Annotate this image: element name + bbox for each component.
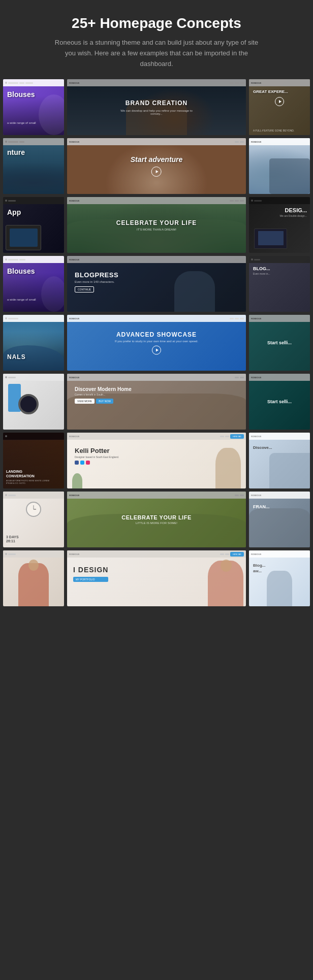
mini-logo-kelli: RONEOUS — [69, 435, 79, 438]
play-icon-great[interactable] — [275, 97, 284, 106]
card-discover2[interactable]: RONEOUS Discove... — [249, 433, 310, 488]
card-advanced-showcase[interactable]: RONEOUS ADVANCED SHOWCASE If you prefer … — [67, 315, 246, 371]
card-modern-home[interactable]: RONEOUS Discover Modern Home Comes a ben… — [67, 374, 246, 430]
card-frank[interactable]: RONEOUS FRAN... — [249, 492, 310, 547]
advanced-label: ADVANCED SHOWCASE — [115, 331, 198, 338]
facebook-icon[interactable] — [75, 461, 79, 465]
start-sell2-content: Start selli... — [267, 399, 292, 404]
mini-logo-idesign: RONEOUS — [69, 553, 79, 556]
blog3-person — [267, 571, 292, 606]
card-celebrate-life[interactable]: RONEOUS CELEBRATE YOUR LIFE IT'S MORE TH… — [67, 197, 246, 253]
blogpress-label: BLOGPRESS — [75, 271, 118, 279]
twitter-icon[interactable] — [80, 461, 84, 465]
card-design-right[interactable]: DESIG... We are Double design... — [249, 197, 310, 253]
card-nals[interactable]: NALS — [3, 315, 64, 371]
landing-sub: AS AN A FORM PHOTO HERE WHITE LOREM IPSU… — [6, 479, 52, 484]
nals-label: NALS — [7, 353, 26, 361]
card-landing[interactable]: LANDINGCONVERSATION AS AN A FORM PHOTO H… — [3, 433, 64, 488]
mini-logo-frank: RONEOUS — [251, 494, 261, 497]
mini-logo-discover2: RONEOUS — [251, 435, 261, 438]
row-8: 3 DAYS26:11 RONEOUS CELEBRATE YOUR LIFE … — [0, 492, 313, 547]
blogpress-btn[interactable]: CONTINUE — [75, 286, 94, 292]
blouses-sub: a wide range of small — [7, 121, 36, 125]
row-7: LANDINGCONVERSATION AS AN A FORM PHOTO H… — [0, 433, 313, 488]
card-idesign-left[interactable] — [3, 550, 64, 606]
row-2: nture RONEOUS Start adventure RONEOUS — [0, 138, 313, 194]
kelli-content: Kelli Potter Designer based in South Eas… — [75, 447, 119, 465]
page-description: Roneous is a stunning theme and can buil… — [50, 38, 263, 69]
landing-content: LANDINGCONVERSATION AS AN A FORM PHOTO H… — [6, 470, 52, 484]
start-adventure-content: Start adventure — [131, 155, 183, 177]
card-office-right[interactable]: RONEOUS — [249, 138, 310, 194]
card-counter[interactable]: 3 DAYS26:11 — [3, 492, 64, 547]
modern-home-label: Discover Modern Home — [75, 386, 132, 392]
frank-content: FRAN... — [253, 504, 270, 509]
play-icon-advanced[interactable] — [152, 346, 161, 355]
great-experience-sub: A FULL-FEATURE GONE BEYOND. — [253, 129, 294, 132]
celebrate2-label: CELEBRATE YOUR LIFE — [121, 514, 191, 520]
card-start-adventure[interactable]: RONEOUS Start adventure — [67, 138, 246, 194]
start-sell2-label: Start selli... — [267, 399, 292, 404]
idesign-head — [28, 560, 39, 571]
adventure-left-label: nture — [7, 148, 25, 157]
card-kelli-potter[interactable]: RONEOUS HIRE ME Kelli Potter Designer ba… — [67, 433, 246, 488]
card-idesign[interactable]: RONEOUS HIRE ME I DESIGN MY PORTFOLIO — [67, 550, 246, 606]
card-start-selling[interactable]: RONEOUS Start selli... — [249, 315, 310, 371]
modern-home-btn2[interactable]: BUY NOW — [96, 399, 113, 404]
row-3: App RONEOUS CELEBRATE YOUR LIFE IT'S MOR… — [0, 197, 313, 253]
blog2-label: BLOG... — [253, 266, 306, 271]
blog3-label: Blog...aw... — [253, 563, 265, 574]
page-title: 25+ Homepage Concepts — [20, 15, 293, 31]
card-blog3[interactable]: RONEOUS Blog...aw... — [249, 550, 310, 606]
idesign-label: I DESIGN — [73, 566, 108, 574]
modern-home-btn1[interactable]: VIEW MORE — [75, 399, 95, 404]
card-app[interactable]: App — [3, 197, 64, 253]
instagram-icon[interactable] — [86, 461, 90, 465]
discover2-content: Discove... — [253, 445, 272, 450]
great-experience-label: GREAT EXPERE... — [253, 89, 288, 94]
row-6: RONEOUS Discover Modern Home Comes a ben… — [0, 374, 313, 430]
blouses2-label: Blouses — [7, 267, 35, 276]
frank-label: FRAN... — [253, 504, 270, 509]
idesign-hire-btn[interactable]: HIRE ME — [230, 552, 244, 557]
card-blouses[interactable]: Blouses a wide range of small — [3, 79, 64, 135]
kelli-hire-btn[interactable]: HIRE ME — [230, 434, 244, 439]
celebrate-sub: IT'S MORE THAN A DREAM! — [116, 228, 197, 231]
mini-logo-office: RONEOUS — [251, 141, 261, 143]
modern-home-sub: Comes a benefit in South... — [75, 393, 132, 396]
idesign-portfolio-btn[interactable]: MY PORTFOLIO — [73, 577, 108, 582]
landing-label: LANDINGCONVERSATION — [6, 470, 52, 478]
play-icon-adventure[interactable] — [151, 167, 162, 177]
card-blog2[interactable]: BLOG... Even more in... — [249, 256, 310, 312]
advanced-sub: If you prefer to study in your own time … — [115, 340, 198, 343]
celebrate2-content: CELEBRATE YOUR LIFE LITTLE IS MORE FOR S… — [121, 514, 191, 525]
start-selling-label: Start selli... — [267, 340, 292, 345]
blouses-label: Blouses — [7, 90, 35, 99]
brand-creation-sub: We can develop and help you refine your … — [118, 109, 195, 115]
kelli-sub: Designer based in South East England. — [75, 455, 119, 459]
counter-content: 3 DAYS26:11 — [6, 535, 19, 544]
design-label: DESIG... — [279, 207, 307, 213]
blog2-content: BLOG... Even more in... — [253, 266, 306, 275]
card-blouses2[interactable]: Blouses a wide range of small — [3, 256, 64, 312]
celebrate-content: CELEBRATE YOUR LIFE IT'S MORE THAN A DRE… — [116, 219, 197, 231]
row-4: Blouses a wide range of small RONEOUS BL… — [0, 256, 313, 312]
app-label: App — [7, 208, 21, 217]
celebrate-label: CELEBRATE YOUR LIFE — [116, 219, 197, 226]
row-1: Blouses a wide range of small RONEOUS BR… — [0, 79, 313, 135]
row-5: NALS RONEOUS ADVANCED SHOWCASE If you pr… — [0, 315, 313, 371]
blog2-sub: Even more in... — [253, 272, 306, 275]
card-great-experience[interactable]: RONEOUS GREAT EXPERE... A FULL-FEATURE G… — [249, 79, 310, 135]
modern-home-content: Discover Modern Home Comes a benefit in … — [75, 386, 132, 404]
kelli-name: Kelli Potter — [75, 447, 119, 454]
card-brand-creation[interactable]: RONEOUS BRAND CREATION We can develop an… — [67, 79, 246, 135]
card-product[interactable] — [3, 374, 64, 430]
card-celebrate2[interactable]: RONEOUS CELEBRATE YOUR LIFE LITTLE IS MO… — [67, 492, 246, 547]
modern-home-btns: VIEW MORE BUY NOW — [75, 399, 132, 404]
page-header: 25+ Homepage Concepts Roneous is a stunn… — [0, 0, 313, 79]
advanced-content: ADVANCED SHOWCASE If you prefer to study… — [115, 331, 198, 355]
mini-logo-advanced: RONEOUS — [69, 317, 79, 320]
card-start-sell2[interactable]: RONEOUS Start selli... — [249, 374, 310, 430]
card-adventure-left[interactable]: nture — [3, 138, 64, 194]
card-blogpress[interactable]: RONEOUS BLOGPRESS Even more in 140 chara… — [67, 256, 246, 312]
